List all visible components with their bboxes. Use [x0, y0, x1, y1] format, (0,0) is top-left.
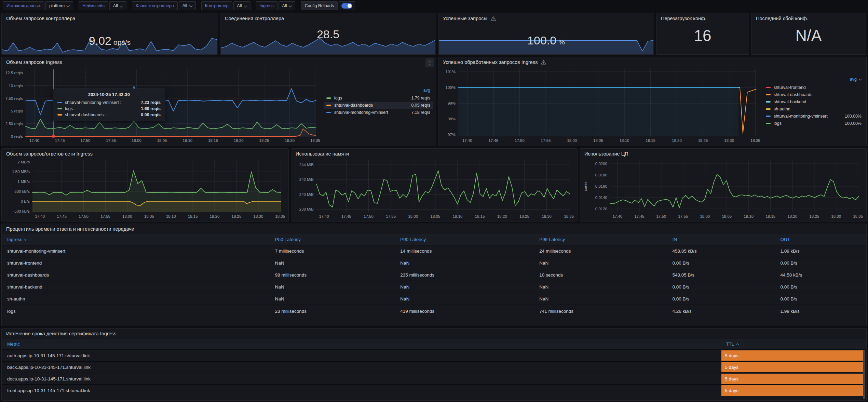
- table-cell: 44.58 kB/s: [775, 269, 866, 281]
- table-scrollbar[interactable]: [863, 350, 865, 399]
- ttl-gauge-bar: 5 days: [721, 350, 865, 361]
- network-chart[interactable]: -500 kB/s0 B/s500 kB/s1 MB/s1.50 MB/s2 M…: [4, 158, 285, 220]
- legend-item[interactable]: shturval-monitoring-vminsert100.00%: [763, 112, 864, 120]
- table-cell: 0.00 B/s: [775, 293, 866, 305]
- panel-title: Процентиль времени ответа и интенсивност…: [6, 226, 134, 232]
- panel-network: Объем запросов/ответов сети Ingress -500…: [1, 148, 289, 222]
- table-cell: sh-authn: [2, 293, 270, 305]
- svg-text:18:35: 18:35: [853, 214, 863, 218]
- table-cell: 548.05 B/s: [667, 269, 775, 281]
- controller-class-label[interactable]: Класс контроллера: [132, 1, 178, 10]
- svg-text:18:20: 18:20: [787, 214, 797, 218]
- controller-label[interactable]: Контроллер: [201, 1, 232, 10]
- controller-select[interactable]: All: [233, 1, 250, 10]
- panel-title: Использование памяти: [296, 151, 349, 157]
- table-cell: 14 milliseconds: [395, 245, 534, 257]
- column-header-out[interactable]: OUT: [775, 234, 866, 245]
- panel-success-requests: Успешные запросы 100.0%: [438, 13, 654, 55]
- table-cell: NaN: [270, 257, 395, 269]
- legend-item[interactable]: logs1.79 req/s: [324, 95, 433, 102]
- legend-series-name: logs: [334, 96, 342, 100]
- table-row: auth.apps.ip-10-31-145-171.shturval.link…: [2, 350, 866, 361]
- memory-chart[interactable]: 238 MiB240 MiB242 MiB244 MiB17:4017:4517…: [293, 158, 574, 220]
- warning-icon[interactable]: [490, 16, 496, 21]
- panel-menu-icon[interactable]: ⋮: [425, 58, 434, 67]
- series-color-swatch: [766, 87, 771, 88]
- table-row: docs.apps.ip-10-31-145-171.shturval.link…: [2, 373, 866, 385]
- table-header-row: Ingress P50 Latency P90 Latency P99 Late…: [2, 234, 866, 245]
- ingress-value: All: [282, 2, 287, 10]
- datasource-select[interactable]: platform: [45, 1, 73, 10]
- column-header-p90[interactable]: P90 Latency: [395, 234, 534, 245]
- svg-text:17:40: 17:40: [35, 214, 45, 218]
- legend-calc-header[interactable]: avg: [763, 76, 864, 84]
- svg-text:18:30: 18:30: [285, 138, 295, 143]
- chevron-down-icon: [859, 77, 862, 81]
- svg-text:18:15: 18:15: [188, 214, 198, 218]
- series-color-swatch: [766, 94, 771, 95]
- svg-text:10 req/s: 10 req/s: [9, 84, 23, 88]
- controller-class-select[interactable]: All: [179, 1, 196, 10]
- legend-series-name: shturval-frontend: [774, 85, 806, 90]
- table-cell: 23 milliseconds: [270, 305, 395, 317]
- latency-table: Ingress P50 Latency P90 Latency P99 Late…: [2, 234, 866, 317]
- svg-text:18:05: 18:05: [431, 214, 440, 218]
- ingress-success-chart[interactable]: 97%98%99%100%101%17:4017:4517:5017:5518:…: [441, 67, 760, 145]
- legend-item[interactable]: sh-authn: [763, 105, 864, 112]
- table-cell: 1.09 kB/s: [775, 245, 866, 257]
- table-cell: shturval-frontend: [2, 257, 270, 269]
- panel-title: Перезагрузок конф.: [661, 16, 706, 21]
- svg-text:-500 kB/s: -500 kB/s: [13, 209, 30, 213]
- svg-text:18:10: 18:10: [453, 214, 463, 218]
- series-color-swatch: [326, 97, 331, 99]
- stat-value: 100.0%: [527, 34, 565, 47]
- ttl-gauge-bar: 5 days: [721, 362, 865, 372]
- legend-item[interactable]: shturval-backend: [763, 98, 864, 105]
- chevron-down-icon: [120, 4, 123, 7]
- ingress-label[interactable]: Ingress: [256, 1, 277, 10]
- warning-icon[interactable]: [541, 59, 546, 65]
- svg-text:0.0160: 0.0160: [595, 184, 607, 188]
- column-header-ingress[interactable]: Ingress: [2, 234, 270, 245]
- config-reloads-label[interactable]: Config Reloads: [301, 1, 337, 10]
- svg-text:18:15: 18:15: [765, 214, 775, 218]
- tooltip-series-value: 7.23 req/s: [141, 100, 161, 105]
- svg-text:17:40: 17:40: [319, 214, 329, 218]
- namespace-value: All: [113, 2, 118, 10]
- namespace-label[interactable]: Неймспейс: [79, 1, 108, 10]
- legend-series-name: sh-authn: [774, 107, 790, 111]
- namespace-select[interactable]: All: [109, 1, 126, 10]
- cpu-chart[interactable]: 0.01200.01400.01600.01800.020017:4017:45…: [582, 158, 863, 220]
- legend-item[interactable]: shturval-dashboards: [763, 91, 864, 98]
- legend-calc-header[interactable]: avg: [324, 87, 433, 95]
- legend-item[interactable]: shturval-frontend: [763, 84, 864, 91]
- svg-text:17:40: 17:40: [462, 138, 472, 143]
- config-reloads-toggle[interactable]: [341, 3, 352, 9]
- table-cell: NaN: [534, 293, 667, 305]
- column-header-p50[interactable]: P50 Latency: [270, 234, 395, 245]
- legend-item[interactable]: shturval-dashboards0.05 req/s: [324, 102, 433, 109]
- panel-controller-request-volume: Объем запросов контроллера 9.02ops/s: [1, 13, 218, 55]
- legend-item[interactable]: logs100.00%: [763, 120, 864, 127]
- column-header-ttl[interactable]: TTL: [721, 339, 866, 350]
- column-header-p99[interactable]: P99 Latency: [534, 234, 667, 245]
- svg-text:17:50: 17:50: [79, 214, 89, 218]
- svg-text:2.50 req/s: 2.50 req/s: [5, 122, 23, 126]
- svg-text:18:00: 18:00: [122, 214, 132, 218]
- svg-text:18:25: 18:25: [698, 138, 708, 143]
- legend-item[interactable]: shturval-monitoring-vminsert7.18 req/s: [324, 109, 433, 116]
- svg-text:18:20: 18:20: [234, 138, 244, 143]
- datasource-label[interactable]: Источник данных: [3, 1, 44, 10]
- ingress-select[interactable]: All: [279, 1, 296, 10]
- svg-text:18:30: 18:30: [254, 214, 263, 218]
- svg-text:18:30: 18:30: [831, 214, 841, 218]
- svg-text:18:00: 18:00: [700, 214, 710, 218]
- table-row: shturval-monitoring-vminsert7 millisecon…: [2, 245, 866, 257]
- panel-title: Объем запросов Ingress: [6, 59, 62, 65]
- legend-series-value: 7.18 req/s: [411, 110, 430, 115]
- controller-class-value: All: [182, 2, 187, 10]
- legend-series-name: shturval-dashboards: [774, 92, 812, 97]
- legend-series-name: shturval-monitoring-vminsert: [334, 110, 388, 115]
- column-header-metric[interactable]: Metric: [2, 339, 721, 350]
- column-header-in[interactable]: IN: [667, 234, 775, 245]
